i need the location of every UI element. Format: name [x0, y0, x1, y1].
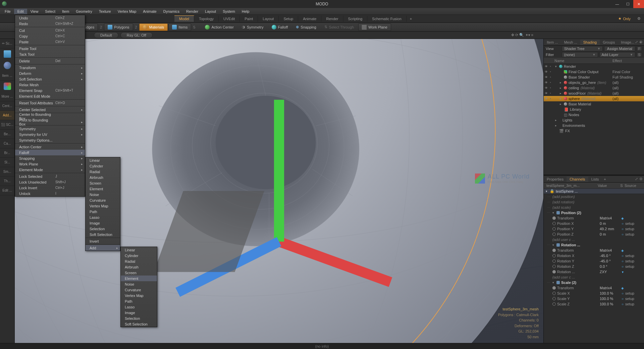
panel-gear-icon[interactable]: ⚙ — [639, 40, 643, 44]
shader-tab-image[interactable]: Image... — [618, 40, 637, 45]
snapping-button[interactable]: ⊕Snapping — [292, 23, 320, 31]
panel-pop-icon[interactable]: ⤢ — [635, 40, 638, 44]
channel-row[interactable]: ⋯(add user c ... — [544, 275, 644, 280]
channel-row[interactable]: ⋯TransformMatrix4◈ — [544, 248, 644, 253]
falloff-sub-item[interactable]: Vertex Map — [86, 203, 120, 209]
s-button[interactable]: S — [637, 52, 642, 57]
select-through-button[interactable]: ⇅Select Through — [321, 23, 358, 31]
layout-tab-render[interactable]: Render — [321, 16, 343, 22]
edit-menu-item[interactable]: Element Mode▸ — [15, 167, 85, 172]
channel-row[interactable]: ⋯TransformMatrix4◈ — [544, 215, 644, 221]
add-sub-item[interactable]: Element — [121, 276, 157, 281]
menu-file[interactable]: File — [1, 9, 14, 14]
add-sub-item[interactable]: Vertex Map — [121, 293, 157, 298]
add-sub-item[interactable]: Linear — [121, 247, 157, 253]
menu-system[interactable]: System — [219, 9, 238, 14]
work-plane-button[interactable]: Work Plane — [358, 23, 391, 31]
channels-tab-add[interactable]: + — [602, 177, 608, 182]
left-items[interactable]: Item ... — [0, 71, 14, 81]
window-maximize-button[interactable]: ☐ — [623, 0, 633, 8]
assign-material-button[interactable]: Assign Material — [604, 46, 635, 51]
channel-add-row[interactable]: ⋯(add rotation) — [544, 199, 644, 205]
edit-menu-item[interactable]: Lock SelectedJ — [15, 173, 85, 179]
view-dropdown[interactable]: Shader Tree▼ — [562, 46, 603, 51]
edit-menu-item[interactable]: Pivot to Bounding Box▸ — [15, 119, 85, 125]
layout-tab-add[interactable]: + — [407, 16, 415, 22]
falloff-sub-item[interactable]: Add▸ — [86, 245, 120, 251]
menu-geometry[interactable]: Geometry — [72, 9, 95, 14]
channel-add-row[interactable]: ⋯(add position) — [544, 194, 644, 199]
channel-subgroup[interactable]: ⋯▾Rotation ... — [544, 242, 644, 248]
add-layer-dropdown[interactable]: Add Layer▼ — [599, 52, 636, 57]
edit-menu-item[interactable]: Lock UnselectedShift+J — [15, 179, 85, 185]
window-close-button[interactable]: ✕ — [633, 0, 644, 8]
left-more[interactable]: More ... — [0, 92, 14, 101]
shader-tree-row[interactable]: 👁•Base ShaderFull Shading — [544, 74, 644, 80]
edit-menu-item[interactable]: Snapping▸ — [15, 155, 85, 161]
add-sub-item[interactable]: Curvature — [121, 287, 157, 293]
menu-edit[interactable]: Edit — [14, 9, 27, 14]
tabbar-gear-icon[interactable]: ⚙ — [637, 16, 641, 21]
falloff-sub-item[interactable]: Selection — [86, 226, 120, 232]
channel-add-row[interactable]: ⋯(add scale) — [544, 205, 644, 210]
falloff-sub-item[interactable]: Lasso — [86, 214, 120, 220]
falloff-add-submenu[interactable]: LinearCylinderRadialAirbrushScreenElemen… — [120, 247, 157, 327]
shader-tree-row[interactable]: 📕Library — [544, 107, 644, 112]
items-mode-button[interactable]: Items — [168, 23, 191, 31]
edit-menu-item[interactable]: Element SnapCtrl+Shift+T — [15, 88, 85, 93]
falloff-sub-item[interactable]: Path — [86, 209, 120, 214]
add-sub-item[interactable]: Selection — [121, 315, 157, 321]
edit-menu-item[interactable]: Symmetry for UV▸ — [15, 132, 85, 137]
left-cube-icon[interactable] — [0, 48, 14, 60]
layout-tab-layout[interactable]: Layout — [258, 16, 279, 22]
falloff-sub-item[interactable]: Linear — [86, 157, 120, 163]
left-add[interactable]: Add... — [0, 111, 14, 120]
channels-tab-properties[interactable]: Properties — [544, 177, 567, 182]
polygons-mode-button[interactable]: Polygons — [104, 23, 133, 31]
falloff-sub-item[interactable]: Soft Selection — [86, 232, 120, 237]
left-edit[interactable]: Edit ... — [0, 186, 14, 195]
panel-pop-icon[interactable]: ⤢ — [635, 177, 638, 181]
falloff-sub-item[interactable]: Noise — [86, 192, 120, 197]
falloff-sub-item[interactable]: Radial — [86, 169, 120, 174]
viewport-nav-icons[interactable]: ✥ ⟳ 🔍 ✦▾ ≡ — [511, 33, 533, 37]
edit-menu-item[interactable]: UndoCtrl+Z — [15, 15, 85, 21]
edit-menu-item[interactable]: Reset Tool AttributesCtrl+D — [15, 100, 85, 106]
materials-mode-button[interactable]: Materials — [139, 23, 168, 31]
shading-default-button[interactable]: Default — [94, 32, 118, 38]
shader-tab-mesh[interactable]: Mesh ... — [561, 40, 580, 45]
edit-menu-item[interactable]: Symmetry▸ — [15, 126, 85, 132]
add-sub-item[interactable]: Screen — [121, 270, 157, 276]
shader-tree-row[interactable]: ◫Nodes — [544, 112, 644, 117]
edit-menu-item[interactable]: Transform▸ — [15, 65, 85, 70]
edit-menu-item[interactable]: CutCtrl+X — [15, 28, 85, 33]
edit-menu-item[interactable]: PasteCtrl+V — [15, 39, 85, 45]
left-be[interactable]: Be... — [0, 130, 14, 139]
layout-tab-model[interactable]: Model — [174, 15, 194, 22]
add-sub-item[interactable]: Soft Selection — [121, 321, 157, 327]
left-ca[interactable]: Ca... — [0, 139, 14, 148]
menu-select[interactable]: Select — [42, 9, 59, 14]
falloff-sub-item[interactable]: Curvature — [86, 197, 120, 203]
menu-layout[interactable]: Layout — [202, 9, 219, 14]
filter-dropdown[interactable]: (none)▼ — [562, 52, 598, 57]
left-br[interactable]: Br... — [0, 148, 14, 158]
channel-row[interactable]: ⋯Position X0 m○setup — [544, 221, 644, 226]
falloff-sub-item[interactable]: Image — [86, 220, 120, 226]
channel-row[interactable]: ⋯Rotation X-45.0 °○setup — [544, 253, 644, 258]
shader-tree-row[interactable]: ▸Lights — [544, 117, 644, 123]
edit-menu-item[interactable]: Action Center▸ — [15, 144, 85, 150]
left-sc[interactable]: ⬛ SC... — [0, 120, 14, 130]
add-sub-item[interactable]: Cylinder — [121, 253, 157, 258]
falloff-sub-item[interactable]: Screen — [86, 180, 120, 186]
channel-row[interactable]: ⋯(add user c ... — [544, 237, 644, 242]
falloff-sub-item[interactable]: Invert — [86, 238, 120, 244]
panel-gear-icon[interactable]: ⚙ — [639, 177, 643, 181]
menu-help[interactable]: Help — [238, 9, 253, 14]
falloff-sub-item[interactable]: Airbrush — [86, 174, 120, 180]
channel-subgroup[interactable]: ⋯▾Scale (2) — [544, 280, 644, 285]
edit-menu-item[interactable]: DeleteDel — [15, 58, 85, 64]
edit-menu-item[interactable]: RedoCtrl+Shift+Z — [15, 21, 85, 27]
shader-tree-row[interactable]: 👁•▾Render — [544, 64, 644, 69]
shader-tree-row[interactable]: 👁•▸ceiling (Material)(all) — [544, 85, 644, 91]
